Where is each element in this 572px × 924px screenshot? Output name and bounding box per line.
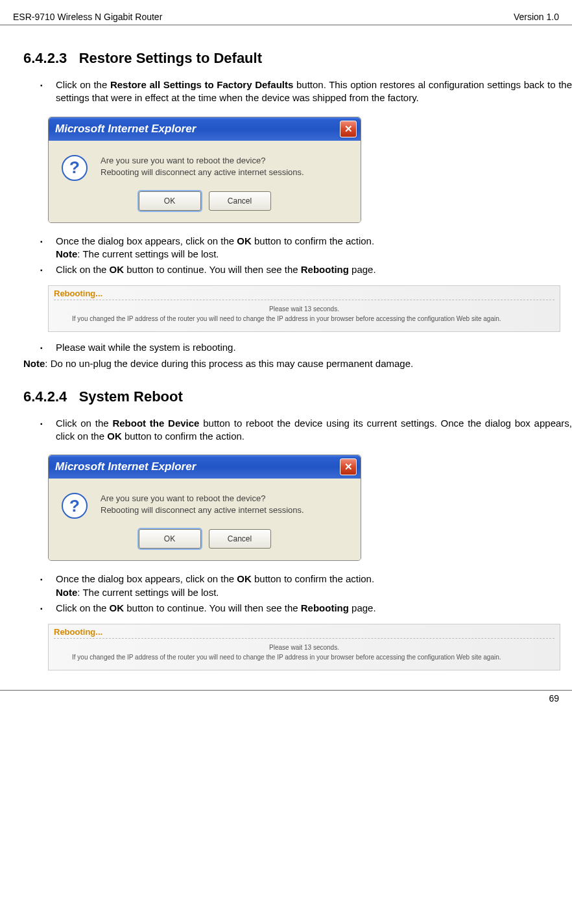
- rebooting-title: Rebooting...: [54, 289, 554, 300]
- doc-title-left: ESR-9710 Wireless N Gigabit Router: [13, 12, 162, 22]
- ok-button[interactable]: OK: [139, 191, 201, 211]
- section-heading-reboot: 6.4.2.4 System Reboot: [23, 388, 572, 405]
- bullet-marker: ▪: [40, 573, 56, 599]
- bullet-marker: ▪: [40, 235, 56, 261]
- cancel-button[interactable]: Cancel: [209, 191, 271, 211]
- bullet-reboot-2: ▪ Once the dialog box appears, click on …: [40, 573, 572, 599]
- rebooting-panel: Rebooting... Please wait 13 seconds. If …: [48, 624, 560, 670]
- close-icon[interactable]: ✕: [340, 121, 357, 137]
- page-number: 69: [549, 693, 559, 704]
- bullet-marker: ▪: [40, 602, 56, 615]
- dialog-titlebar: Microsoft Internet Explorer ✕: [49, 455, 361, 479]
- rebooting-sub: If you changed the IP address of the rou…: [54, 315, 554, 322]
- dialog-title: Microsoft Internet Explorer: [55, 460, 196, 473]
- bullet-marker: ▪: [40, 417, 56, 444]
- note-restore: Note: Do no un-plug the device during th…: [23, 357, 572, 370]
- dialog-title: Microsoft Internet Explorer: [55, 123, 196, 136]
- doc-title-right: Version 1.0: [514, 12, 559, 22]
- bullet-reboot-3: ▪ Click on the OK button to continue. Yo…: [40, 602, 572, 615]
- rebooting-title: Rebooting...: [54, 627, 554, 639]
- close-icon[interactable]: ✕: [340, 458, 357, 475]
- confirm-dialog: Microsoft Internet Explorer ✕ ? Are you …: [48, 455, 361, 561]
- bullet-restore-4: ▪ Please wait while the system is reboot…: [40, 341, 572, 354]
- rebooting-wait: Please wait 13 seconds.: [54, 644, 554, 651]
- bullet-reboot-1: ▪ Click on the Reboot the Device button …: [40, 417, 572, 444]
- dialog-message: Are you sure you want to reboot the devi…: [101, 493, 304, 516]
- section-title: Restore Settings to Default: [79, 50, 262, 66]
- section-number: 6.4.2.4: [23, 388, 67, 405]
- question-icon: ?: [62, 155, 88, 181]
- rebooting-wait: Please wait 13 seconds.: [54, 305, 554, 313]
- cancel-button[interactable]: Cancel: [209, 529, 271, 549]
- ok-button[interactable]: OK: [139, 529, 201, 549]
- rebooting-sub: If you changed the IP address of the rou…: [54, 654, 554, 661]
- question-icon: ?: [62, 493, 88, 519]
- section-title: System Reboot: [79, 388, 183, 405]
- bullet-restore-1: ▪ Click on the Restore all Settings to F…: [40, 78, 572, 105]
- section-heading-restore: 6.4.2.3 Restore Settings to Default: [23, 50, 572, 67]
- dialog-titlebar: Microsoft Internet Explorer ✕: [49, 117, 361, 141]
- section-number: 6.4.2.3: [23, 50, 67, 66]
- bullet-restore-3: ▪ Click on the OK button to continue. Yo…: [40, 263, 572, 276]
- bullet-restore-2: ▪ Once the dialog box appears, click on …: [40, 235, 572, 261]
- dialog-message: Are you sure you want to reboot the devi…: [101, 155, 304, 178]
- bullet-marker: ▪: [40, 263, 56, 276]
- bullet-marker: ▪: [40, 78, 56, 105]
- confirm-dialog: Microsoft Internet Explorer ✕ ? Are you …: [48, 117, 361, 223]
- rebooting-panel: Rebooting... Please wait 13 seconds. If …: [48, 285, 560, 332]
- bullet-marker: ▪: [40, 341, 56, 354]
